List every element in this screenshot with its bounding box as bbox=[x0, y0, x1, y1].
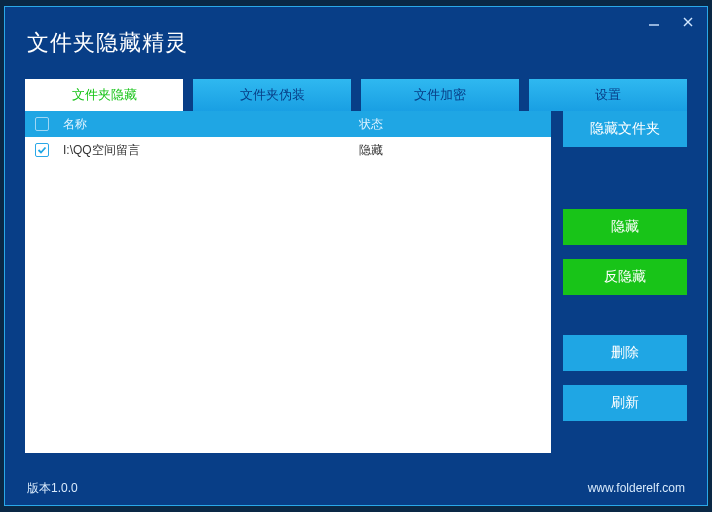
row-name: I:\QQ空间留言 bbox=[59, 142, 359, 159]
refresh-button[interactable]: 刷新 bbox=[563, 385, 687, 421]
table-row[interactable]: I:\QQ空间留言 隐藏 bbox=[25, 137, 551, 163]
spacer bbox=[563, 295, 687, 335]
tab-bar: 文件夹隐藏 文件夹伪装 文件加密 设置 bbox=[5, 79, 707, 111]
version-label: 版本1.0.0 bbox=[27, 480, 78, 497]
row-status: 隐藏 bbox=[359, 142, 551, 159]
list-header: 名称 状态 bbox=[25, 111, 551, 137]
app-title: 文件夹隐藏精灵 bbox=[27, 28, 188, 58]
spacer bbox=[563, 147, 687, 209]
tab-file-encrypt[interactable]: 文件加密 bbox=[361, 79, 519, 111]
app-window: 文件夹隐藏精灵 文件夹隐藏 文件夹伪装 文件加密 设置 名称 状态 bbox=[4, 6, 708, 506]
header-status: 状态 bbox=[359, 116, 551, 133]
close-button[interactable] bbox=[675, 11, 701, 33]
hide-button[interactable]: 隐藏 bbox=[563, 209, 687, 245]
check-icon bbox=[37, 145, 47, 155]
hide-folder-button[interactable]: 隐藏文件夹 bbox=[563, 111, 687, 147]
minimize-icon bbox=[647, 15, 661, 29]
unhide-button[interactable]: 反隐藏 bbox=[563, 259, 687, 295]
minimize-button[interactable] bbox=[641, 11, 667, 33]
spacer bbox=[563, 245, 687, 259]
close-icon bbox=[681, 15, 695, 29]
window-controls bbox=[641, 11, 701, 33]
list-panel: 名称 状态 I:\QQ空间留言 隐藏 bbox=[25, 111, 551, 453]
header-check-cell bbox=[25, 117, 59, 131]
tab-folder-disguise[interactable]: 文件夹伪装 bbox=[193, 79, 351, 111]
row-checkbox[interactable] bbox=[35, 143, 49, 157]
content-area: 名称 状态 I:\QQ空间留言 隐藏 隐藏文件夹 隐藏 反隐藏 删除 bbox=[5, 111, 707, 471]
row-check-cell bbox=[25, 143, 59, 157]
footer: 版本1.0.0 www.folderelf.com bbox=[5, 471, 707, 505]
header-name: 名称 bbox=[59, 116, 359, 133]
delete-button[interactable]: 删除 bbox=[563, 335, 687, 371]
side-button-panel: 隐藏文件夹 隐藏 反隐藏 删除 刷新 bbox=[563, 111, 687, 453]
tab-settings[interactable]: 设置 bbox=[529, 79, 687, 111]
select-all-checkbox[interactable] bbox=[35, 117, 49, 131]
titlebar: 文件夹隐藏精灵 bbox=[5, 7, 707, 79]
tab-folder-hide[interactable]: 文件夹隐藏 bbox=[25, 79, 183, 111]
website-link[interactable]: www.folderelf.com bbox=[588, 481, 685, 495]
spacer bbox=[563, 371, 687, 385]
